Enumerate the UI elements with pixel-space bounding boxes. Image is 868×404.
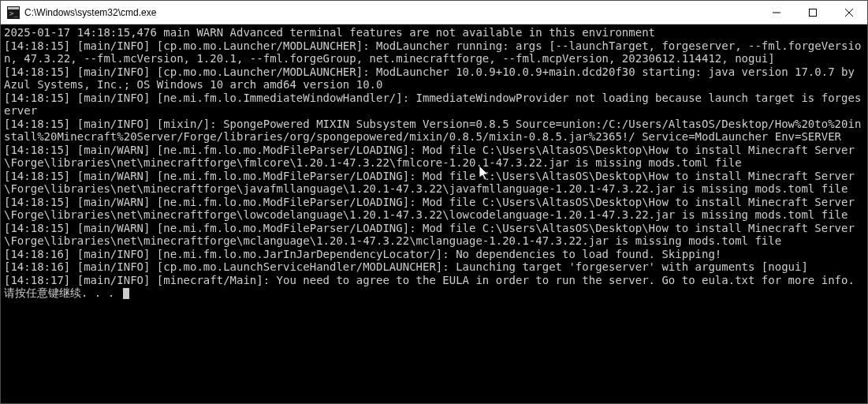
press-any-key-prompt: 请按任意键继续. . . (4, 286, 121, 299)
svg-text:>_: >_ (9, 9, 18, 17)
minimize-button[interactable] (758, 1, 795, 24)
window-controls (758, 1, 867, 24)
close-button[interactable] (831, 1, 867, 24)
cmd-icon: >_ (7, 6, 20, 19)
terminal-cursor (123, 288, 129, 299)
svg-rect-4 (810, 9, 817, 16)
maximize-button[interactable] (795, 1, 831, 24)
titlebar[interactable]: >_ C:\Windows\system32\cmd.exe (1, 1, 867, 24)
terminal-output[interactable]: 2025-01-17 14:18:15,476 main WARN Advanc… (1, 24, 867, 403)
cmd-window: >_ C:\Windows\system32\cmd.exe 2025-01-1… (0, 0, 868, 404)
window-title: C:\Windows\system32\cmd.exe (24, 7, 758, 18)
